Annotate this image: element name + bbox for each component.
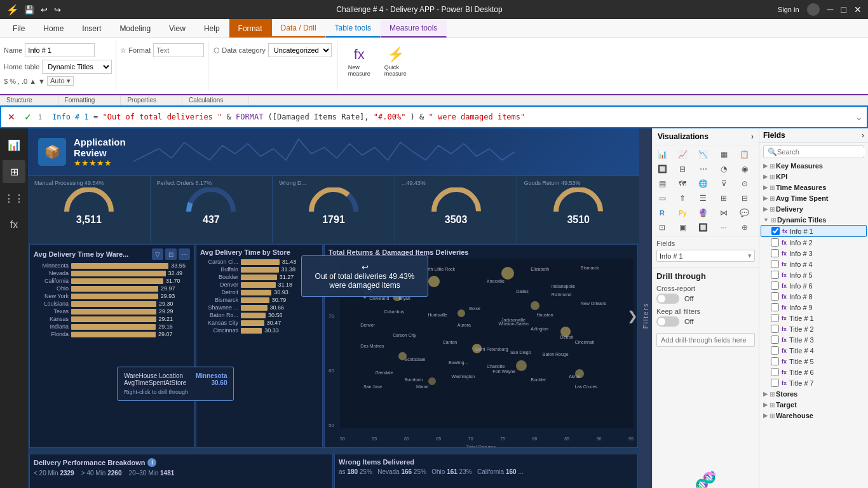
viz-icon-area[interactable]: 📉 (696, 147, 711, 161)
tab-format[interactable]: Format (229, 19, 272, 37)
formula-confirm-button[interactable]: ✓ (22, 111, 34, 123)
field-checkbox[interactable] (771, 249, 779, 257)
fields-search-bar[interactable]: 🔍 (763, 146, 864, 158)
viz-icon-decomp[interactable]: ⋈ (716, 206, 731, 220)
sign-in[interactable]: Sign in (778, 6, 799, 13)
viz-icon-custom4[interactable]: ⊕ (737, 220, 752, 234)
field-checkbox[interactable] (771, 227, 780, 235)
field-checkbox[interactable] (771, 346, 779, 355)
format-arrow-down[interactable]: ▼ (38, 78, 45, 85)
formula-cancel-button[interactable]: ✕ (5, 111, 18, 123)
viz-icon-pie[interactable]: ◔ (716, 162, 731, 176)
field-item[interactable]: fx Title # 1 (761, 313, 867, 323)
field-group-header[interactable]: ▶ ⊞ Warehouse (761, 410, 867, 421)
field-item[interactable]: fx Info # 8 (761, 291, 867, 302)
minimize-btn[interactable]: ─ (827, 4, 834, 15)
viz-icon-column[interactable]: 📋 (737, 147, 752, 161)
field-item[interactable]: fx Title # 3 (761, 334, 867, 345)
tab-home[interactable]: Home (34, 19, 73, 37)
maximize-btn[interactable]: □ (841, 4, 846, 15)
field-group-header[interactable]: ▶ ⊞ Avg Time Spent (761, 193, 867, 203)
field-item[interactable]: fx Title # 2 (761, 323, 867, 334)
field-checkbox[interactable] (771, 379, 779, 387)
cross-report-toggle[interactable] (656, 294, 679, 304)
viz-icon-table[interactable]: ⊞ (716, 191, 731, 205)
canvas-scroll-icon[interactable]: ❯ (627, 308, 638, 323)
tab-measure-tools[interactable]: Measure tools (381, 19, 447, 37)
field-item[interactable]: fx Title # 5 (761, 356, 867, 367)
field-checkbox[interactable] (771, 271, 779, 279)
field-item[interactable]: fx Title # 6 (761, 367, 867, 377)
field-checkbox[interactable] (771, 336, 779, 344)
field-checkbox[interactable] (771, 292, 779, 301)
field-checkbox[interactable] (771, 303, 779, 311)
viz-expand-icon[interactable]: › (751, 132, 754, 141)
viz-icon-r[interactable]: R (654, 206, 670, 220)
fields-expand-icon[interactable]: › (862, 131, 864, 140)
redo-icon[interactable]: ↪ (54, 5, 61, 15)
formula-content[interactable]: Info # 1 = "Out of total deliveries " & … (52, 112, 851, 121)
tab-insert[interactable]: Insert (73, 19, 111, 37)
viz-icon-py[interactable]: Py (675, 206, 690, 220)
window-controls[interactable]: Sign in ─ □ ✕ (778, 3, 862, 16)
viz-icon-matrix[interactable]: ⊟ (737, 191, 752, 205)
more-icon[interactable]: ··· (179, 248, 190, 260)
tab-modeling[interactable]: Modeling (111, 19, 160, 37)
field-item[interactable]: fx Info # 3 (761, 248, 867, 259)
field-group-header[interactable]: ▶ ⊞ Stores (761, 389, 867, 399)
field-group-header[interactable]: ▶ ⊞ Key Measures (761, 161, 867, 171)
field-checkbox[interactable] (771, 314, 779, 322)
viz-icon-custom2[interactable]: ▣ (675, 220, 690, 234)
viz-icon-donut[interactable]: ◉ (737, 162, 752, 176)
viz-icon-custom3[interactable]: 🔲 (696, 220, 711, 234)
field-group-header[interactable]: ▼ ⊞ Dynamic Titles (761, 215, 867, 225)
viz-icon-funnel[interactable]: ⊽ (716, 177, 731, 191)
viz-icon-map[interactable]: 🗺 (675, 177, 690, 191)
field-group-header[interactable]: ▶ ⊞ Target (761, 400, 867, 410)
viz-icon-ai[interactable]: 🔮 (696, 206, 711, 220)
field-item[interactable]: fx Info # 1 (761, 225, 867, 237)
field-item[interactable]: fx Info # 5 (761, 269, 867, 280)
field-checkbox[interactable] (771, 368, 779, 376)
home-table-select[interactable]: Dynamic Titles (42, 60, 112, 74)
info-field-dropdown[interactable]: Info # 1 ▾ (656, 250, 755, 262)
viz-icon-line[interactable]: 📈 (675, 147, 690, 161)
tab-table-tools[interactable]: Table tools (326, 19, 381, 37)
sidebar-icon-model[interactable]: ⋮⋮ (3, 187, 25, 210)
field-item[interactable]: fx Info # 9 (761, 302, 867, 313)
quick-measure-button[interactable]: ⚡ Quickmeasure (379, 43, 412, 80)
close-btn[interactable]: ✕ (854, 4, 862, 15)
viz-icon-get-more[interactable]: ··· (716, 220, 731, 234)
formula-expand-icon[interactable]: ⌄ (855, 112, 863, 122)
name-input[interactable] (25, 43, 95, 57)
filters-sidebar[interactable]: Filters (639, 128, 652, 488)
field-item[interactable]: fx Info # 2 (761, 237, 867, 248)
keep-filters-toggle[interactable] (656, 316, 679, 327)
field-item[interactable]: fx Info # 6 (761, 280, 867, 291)
viz-icon-waterfall[interactable]: ⊟ (675, 162, 690, 176)
sidebar-icon-data[interactable]: ⊞ (3, 160, 25, 183)
viz-icon-qna[interactable]: 💬 (737, 206, 752, 220)
viz-icon-ribbon[interactable]: 🔲 (654, 162, 670, 176)
field-item[interactable]: fx Title # 4 (761, 345, 867, 356)
field-checkbox[interactable] (771, 357, 779, 365)
field-checkbox[interactable] (771, 260, 779, 268)
viz-icon-slicer[interactable]: ☰ (696, 191, 711, 205)
viz-icon-scatter[interactable]: ⋯ (696, 162, 711, 176)
format-arrow-up[interactable]: ▲ (29, 78, 36, 85)
focus-icon[interactable]: ⊡ (165, 248, 177, 260)
field-group-header[interactable]: ▶ ⊞ KPI (761, 172, 867, 182)
sidebar-icon-report[interactable]: 📊 (3, 133, 25, 156)
window-controls-left[interactable]: 💾 ↩ ↪ (24, 5, 61, 15)
field-item[interactable]: fx Info # 4 (761, 259, 867, 269)
drill-field-input[interactable] (656, 333, 755, 347)
field-group-header[interactable]: ▶ ⊞ Delivery (761, 204, 867, 214)
viz-icon-treemap[interactable]: ▤ (654, 177, 670, 191)
data-category-select[interactable]: Uncategorized (268, 43, 332, 57)
tab-help[interactable]: Help (195, 19, 229, 37)
auto-select[interactable]: Auto ▾ (47, 76, 74, 86)
field-item[interactable]: fx Title # 7 (761, 377, 867, 388)
viz-icon-stacked-bar[interactable]: ▦ (716, 147, 731, 161)
field-checkbox[interactable] (771, 325, 779, 333)
field-checkbox[interactable] (771, 238, 779, 247)
